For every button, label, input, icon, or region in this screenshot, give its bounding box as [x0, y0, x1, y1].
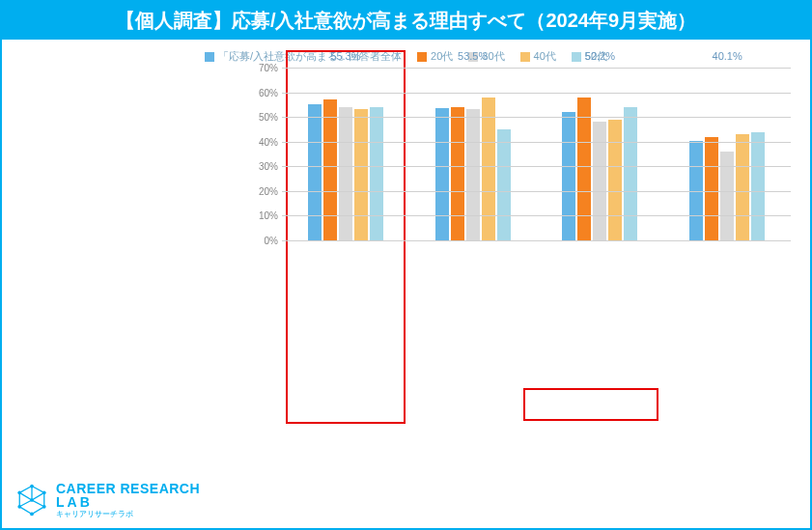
svg-point-1: [42, 490, 46, 494]
bar: [466, 109, 480, 240]
bar: [451, 107, 464, 240]
svg-point-6: [30, 513, 34, 516]
legend-label: 20代: [431, 49, 453, 64]
grid-line: [282, 68, 791, 69]
chart-title: 【個人調査】応募/入社意欲が高まる理由すべて（2024年9月実施）: [2, 2, 810, 40]
grid-line: [282, 240, 791, 241]
bar: [624, 107, 637, 240]
chart-frame: 【個人調査】応募/入社意欲が高まる理由すべて（2024年9月実施） 「応募/入社…: [0, 0, 812, 530]
bar: [435, 108, 449, 240]
legend-swatch: [205, 52, 214, 62]
bar-value-label: 53.5%: [458, 50, 488, 62]
grid-line: [282, 93, 791, 94]
y-tick-label: 30%: [243, 161, 278, 172]
y-tick-label: 20%: [243, 185, 278, 196]
bar: [482, 98, 495, 240]
bar-group: 52.2%: [537, 68, 664, 240]
legend-swatch: [572, 52, 581, 62]
svg-point-0: [30, 485, 34, 488]
bar: [751, 132, 765, 241]
legend-swatch: [520, 52, 530, 62]
legend: 「応募/入社意欲が高まる」回答者全体20代30代40代50代: [2, 40, 810, 68]
bar-value-label: 52.2%: [585, 50, 615, 62]
bar-group: 53.5%: [409, 68, 537, 240]
legend-label: 40代: [534, 49, 556, 64]
bar: [608, 120, 622, 240]
grid-line: [282, 166, 791, 167]
bar: [323, 99, 337, 240]
grid-line: [282, 191, 791, 192]
bar-group: 40.1%: [663, 68, 791, 240]
logo-text: CAREER RESEARCH LAB キャリアリサーチラボ: [56, 482, 200, 518]
bar: [308, 104, 322, 240]
bar: [497, 129, 511, 240]
bar: [562, 112, 575, 240]
bar: [736, 134, 749, 240]
svg-point-5: [17, 505, 21, 509]
bar: [593, 122, 606, 240]
legend-item: 40代: [520, 49, 556, 64]
legend-item: 「応募/入社意欲が高まる」回答者全体: [205, 49, 402, 64]
y-tick-label: 0%: [243, 236, 278, 246]
logo-sub: キャリアリサーチラボ: [56, 511, 200, 518]
bar: [370, 107, 383, 240]
grid-line: [282, 142, 791, 143]
bar-group: 55.3%: [282, 68, 409, 240]
logo-line1: CAREER RESEARCH: [56, 482, 200, 495]
highlight-box-lower: [523, 388, 658, 421]
bar: [705, 137, 718, 240]
logo-line2: LAB: [56, 495, 200, 509]
bar: [339, 107, 352, 240]
plot-area: 55.3%53.5%52.2%40.1% 0%10%20%30%40%50%60…: [282, 68, 791, 241]
svg-point-4: [42, 505, 46, 509]
svg-point-3: [30, 498, 34, 502]
bar-value-label: 55.3%: [330, 50, 360, 62]
bar-groups: 55.3%53.5%52.2%40.1%: [282, 68, 791, 240]
svg-point-2: [17, 490, 21, 494]
legend-item: 20代: [417, 49, 453, 64]
legend-swatch: [417, 52, 427, 62]
grid-line: [282, 215, 791, 216]
y-tick-label: 10%: [243, 210, 278, 221]
logo: CAREER RESEARCH LAB キャリアリサーチラボ: [15, 482, 200, 518]
chart-area: 55.3%53.5%52.2%40.1% 0%10%20%30%40%50%60…: [243, 68, 791, 261]
bar: [577, 98, 591, 240]
logo-icon: [15, 484, 48, 516]
bar-value-label: 40.1%: [713, 50, 742, 62]
bar: [354, 109, 368, 240]
y-tick-label: 40%: [243, 136, 278, 147]
grid-line: [282, 117, 791, 118]
y-tick-label: 70%: [243, 63, 278, 73]
y-tick-label: 60%: [243, 87, 278, 98]
bar: [720, 152, 734, 240]
y-tick-label: 50%: [243, 112, 278, 123]
